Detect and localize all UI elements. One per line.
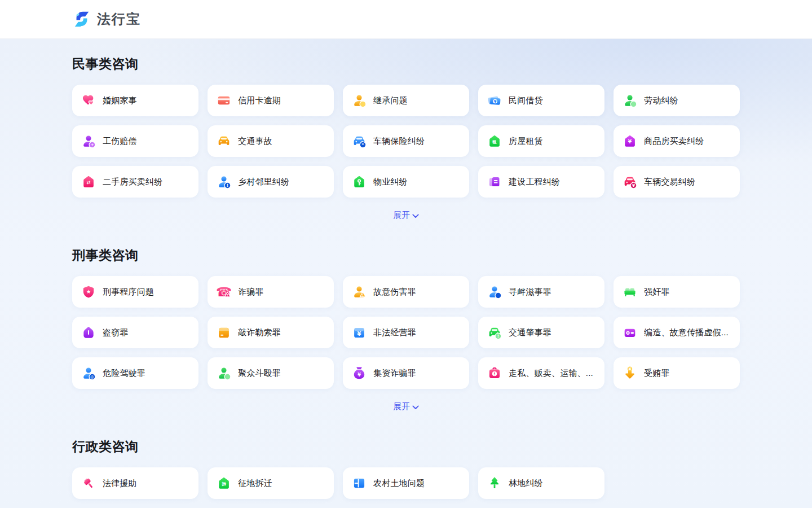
brawl-person-icon — [217, 366, 231, 380]
category-label: 法律援助 — [103, 478, 137, 489]
category-card[interactable]: 物业纠纷 — [343, 166, 469, 198]
category-card[interactable]: 寻衅滋事罪 — [478, 276, 604, 308]
category-label: 交通肇事罪 — [509, 327, 551, 338]
category-card[interactable]: 编造、故意传播虚假... — [614, 317, 740, 348]
svg-text:¥: ¥ — [358, 331, 361, 337]
svg-text:*: * — [362, 142, 364, 147]
category-label: 车辆交易纠纷 — [644, 177, 695, 187]
car-insurance-icon: * — [352, 134, 367, 148]
category-card[interactable]: ☎!诈骗罪 — [208, 276, 334, 308]
logo[interactable]: 法行宝 — [72, 10, 141, 29]
category-card[interactable]: 法律援助 — [72, 467, 198, 499]
category-card[interactable]: ◎危险驾驶罪 — [72, 357, 198, 389]
category-label: 信用卡逾期 — [238, 95, 281, 106]
house-yuan-icon: ¥ — [623, 134, 637, 148]
category-card[interactable]: ★刑事程序问题 — [72, 276, 198, 308]
category-card[interactable]: 拆征地拆迁 — [208, 467, 334, 499]
category-label: 林地纠纷 — [509, 478, 543, 489]
expand-label: 展开 — [393, 209, 410, 221]
svg-text:租: 租 — [492, 139, 497, 144]
trouble-person-icon — [487, 284, 502, 299]
category-card[interactable]: ¥民间借贷 — [478, 85, 604, 116]
theft-pouch-icon — [81, 325, 96, 340]
svg-text:¥: ¥ — [629, 367, 632, 371]
hearts-icon — [81, 93, 96, 108]
category-card[interactable]: !走私、贩卖、运输、... — [478, 357, 604, 389]
bed-icon — [623, 284, 637, 299]
svg-text:¥: ¥ — [494, 99, 497, 104]
car-accident-icon: ! — [487, 325, 502, 340]
svg-text:!: ! — [227, 183, 228, 188]
category-card[interactable]: 建设工程纠纷 — [478, 166, 604, 198]
bribe-arrow-icon: ¥ — [623, 366, 637, 380]
shop-yuan-icon: ¥ — [352, 325, 367, 340]
expand-button-criminal[interactable]: 展开 — [393, 400, 419, 413]
neighbor-person-icon: ! — [217, 174, 231, 189]
faxingbao-logo-icon — [72, 10, 91, 29]
category-label: 危险驾驶罪 — [103, 368, 145, 379]
category-label: 刑事程序问题 — [103, 287, 154, 297]
category-label: 盗窃罪 — [103, 327, 129, 338]
category-label: 诈骗罪 — [238, 287, 264, 297]
category-card[interactable]: ¥非法经营罪 — [343, 317, 469, 348]
category-label: 敲诈勒索罪 — [238, 327, 281, 338]
category-card[interactable]: 盗窃罪 — [72, 317, 198, 348]
category-card[interactable]: ¥商品房买卖纠纷 — [614, 125, 740, 157]
person-warning-icon: ! — [352, 284, 367, 299]
svg-text:拆: 拆 — [221, 481, 226, 487]
expand-button-civil[interactable]: 展开 — [393, 209, 419, 221]
svg-text:¥: ¥ — [628, 138, 632, 144]
gavel-icon — [81, 476, 96, 491]
loan-cards-icon: ¥ — [487, 93, 502, 108]
category-card[interactable]: !故意伤害罪 — [343, 276, 469, 308]
svg-text:!: ! — [497, 334, 499, 339]
chevron-down-icon — [412, 214, 419, 218]
category-card[interactable]: 劳动纠纷 — [614, 85, 740, 116]
content: 民事类咨询 婚姻家事信用卡逾期继承问题¥民间借贷劳动纠纷+工伤赔偿交通事故*车辆… — [72, 56, 740, 499]
category-card[interactable]: 强奸罪 — [614, 276, 740, 308]
category-card[interactable]: ⇄二手房买卖纠纷 — [72, 166, 198, 198]
expand-label: 展开 — [393, 400, 410, 413]
chevron-down-icon — [412, 405, 419, 410]
category-label: 房屋租赁 — [509, 136, 543, 147]
category-label: 农村土地问题 — [373, 478, 425, 489]
radio-icon — [623, 325, 637, 340]
category-label: 聚众斗殴罪 — [238, 368, 281, 379]
svg-text:!: ! — [493, 371, 495, 376]
app-header: 法行宝 — [0, 0, 812, 39]
category-card[interactable]: 敲诈勒索罪 — [208, 317, 334, 348]
svg-text:◎: ◎ — [90, 374, 94, 379]
category-label: 车辆保险纠纷 — [373, 136, 425, 147]
card-grid-civil: 婚姻家事信用卡逾期继承问题¥民间借贷劳动纠纷+工伤赔偿交通事故*车辆保险纠纷租房… — [72, 85, 740, 198]
category-card[interactable]: !乡村邻里纠纷 — [208, 166, 334, 198]
category-card[interactable]: 交通事故 — [208, 125, 334, 157]
house-demolish-icon: 拆 — [217, 476, 231, 491]
category-label: 民间借贷 — [509, 95, 543, 106]
category-card[interactable]: 信用卡逾期 — [208, 85, 334, 116]
category-card[interactable]: 婚姻家事 — [72, 85, 198, 116]
category-card[interactable]: +工伤赔偿 — [72, 125, 198, 157]
category-card[interactable]: ¥集资诈骗罪 — [343, 357, 469, 389]
category-card[interactable]: ¥车辆交易纠纷 — [614, 166, 740, 198]
section-title-administrative: 行政类咨询 — [72, 439, 740, 454]
extortion-box-icon — [217, 325, 231, 340]
category-card[interactable]: 聚众斗殴罪 — [208, 357, 334, 389]
section-title-criminal: 刑事类咨询 — [72, 247, 740, 263]
category-card[interactable]: ¥受贿罪 — [614, 357, 740, 389]
person-plus-icon: + — [81, 134, 96, 148]
category-label: 寻衅滋事罪 — [509, 287, 551, 297]
section-title-civil: 民事类咨询 — [72, 56, 740, 72]
category-card[interactable]: *车辆保险纠纷 — [343, 125, 469, 157]
svg-text:¥: ¥ — [632, 183, 636, 188]
worker-person-icon — [623, 93, 637, 108]
category-label: 交通事故 — [238, 136, 272, 147]
category-card[interactable]: 继承问题 — [343, 85, 469, 116]
svg-text:!: ! — [227, 294, 228, 297]
category-card[interactable]: 租房屋租赁 — [478, 125, 604, 157]
house-swap-icon: ⇄ — [81, 174, 96, 189]
category-card[interactable]: 农村土地问题 — [343, 467, 469, 499]
category-card[interactable]: 林地纠纷 — [478, 467, 604, 499]
category-label: 非法经营罪 — [373, 327, 416, 338]
category-label: 物业纠纷 — [373, 177, 408, 187]
category-card[interactable]: !交通肇事罪 — [478, 317, 604, 348]
